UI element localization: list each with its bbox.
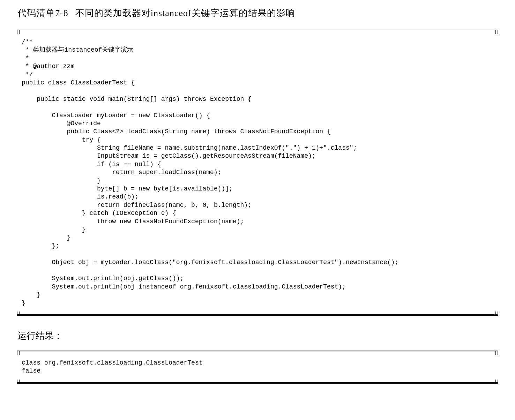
code-listing-frame: /** * 类加载器与instanceof关键字演示 * * @author z…: [17, 30, 498, 316]
output-heading: 运行结果：: [17, 330, 498, 342]
page-container: 代码清单7-8不同的类加载器对instanceof关键字运算的结果的影响 /**…: [0, 0, 515, 412]
listing-title: 代码清单7-8不同的类加载器对instanceof关键字运算的结果的影响: [17, 7, 498, 19]
code-block-main: /** * 类加载器与instanceof关键字演示 * * @author z…: [17, 35, 498, 310]
code-block-output: class org.fenixsoft.classloading.ClassLo…: [17, 356, 498, 378]
listing-caption: 不同的类加载器对instanceof关键字运算的结果的影响: [75, 8, 295, 18]
output-frame: class org.fenixsoft.classloading.ClassLo…: [17, 351, 498, 384]
listing-number: 代码清单7-8: [17, 8, 68, 18]
